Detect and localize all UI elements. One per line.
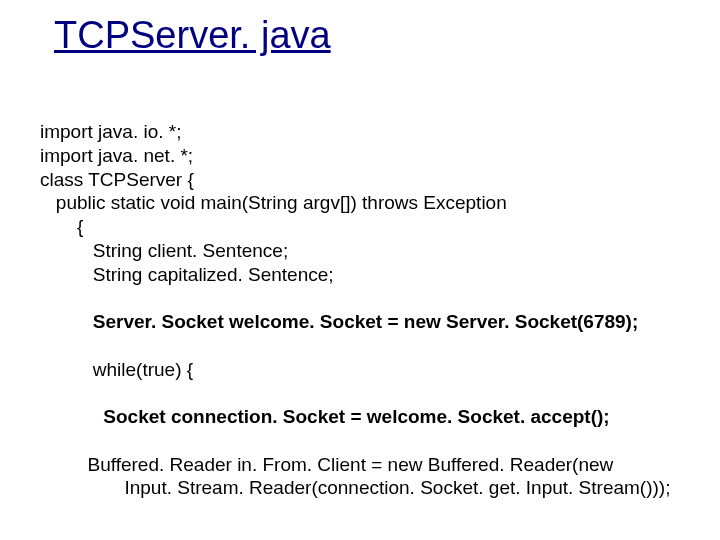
slide-title: TCPServer. java xyxy=(54,14,331,57)
code-line: { xyxy=(40,216,83,237)
code-line: public static void main(String argv[]) t… xyxy=(40,192,507,213)
code-line: String client. Sentence; xyxy=(40,240,288,261)
slide: TCPServer. java import java. io. *; impo… xyxy=(0,0,720,540)
code-line: Buffered. Reader in. From. Client = new … xyxy=(40,454,613,475)
code-line-bold: Socket connection. Socket = welcome. Soc… xyxy=(40,406,610,427)
code-line: while(true) { xyxy=(40,359,193,380)
code-block: import java. io. *; import java. net. *;… xyxy=(40,120,700,500)
code-line: class TCPServer { xyxy=(40,169,194,190)
code-line: import java. net. *; xyxy=(40,145,193,166)
code-line: import java. io. *; xyxy=(40,121,182,142)
code-line: String capitalized. Sentence; xyxy=(40,264,334,285)
code-line: Input. Stream. Reader(connection. Socket… xyxy=(40,477,670,498)
code-line-bold: Server. Socket welcome. Socket = new Ser… xyxy=(40,311,638,332)
